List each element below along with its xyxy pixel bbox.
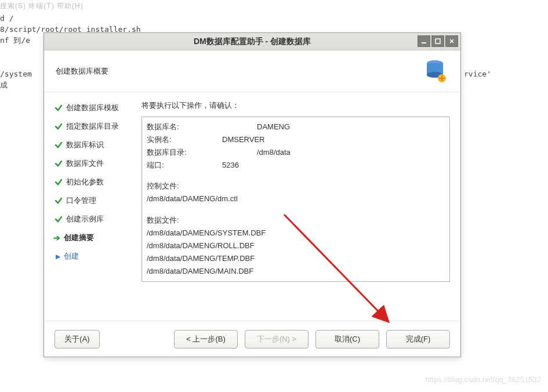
confirm-prompt: 将要执行以下操作，请确认：	[141, 100, 450, 111]
bg-text: 成	[0, 79, 8, 91]
step-label: 指定数据库目录	[66, 121, 119, 132]
bg-text: rvice'	[464, 68, 491, 80]
close-button[interactable]	[445, 35, 458, 47]
arrow-right-icon: ➔	[53, 233, 60, 242]
label-db-dir: 数据库目录:	[147, 146, 222, 159]
window-title: DM数据库配置助手 - 创建数据库	[194, 37, 311, 47]
svg-rect-1	[436, 39, 440, 43]
step-label: 创建	[64, 251, 79, 262]
database-icon	[421, 57, 449, 85]
check-icon	[55, 178, 63, 186]
svg-rect-0	[422, 42, 426, 43]
next-button: 下一步(N) >	[245, 330, 309, 349]
summary-row: 端口: 5236	[147, 159, 445, 172]
terminal-menu: 搜索(S) 终端(T) 帮助(H)	[0, 1, 84, 11]
triangle-icon: ▶	[56, 253, 60, 260]
prev-button[interactable]: < 上一步(B)	[174, 330, 238, 349]
summary-row: 数据库目录: /dm8/data	[147, 146, 445, 159]
step-label: 初始化参数	[66, 177, 104, 187]
label-ctrl-file: 控制文件:	[147, 180, 445, 193]
step-identity: 数据库标识	[55, 140, 136, 150]
summary-row: 实例名: DMSERVER	[147, 133, 445, 146]
value-df1: /dm8/data/DAMENG/SYSTEM.DBF	[147, 227, 445, 239]
step-sample-db: 创建示例库	[55, 214, 136, 224]
value-inst-name: DMSERVER	[222, 133, 445, 146]
check-icon	[55, 215, 63, 223]
titlebar[interactable]: DM数据库配置助手 - 创建数据库	[44, 33, 460, 50]
value-port: 5236	[222, 159, 445, 172]
label-port: 端口:	[147, 159, 222, 172]
bg-text: d /	[0, 13, 13, 24]
cancel-button[interactable]: 取消(C)	[315, 330, 379, 349]
check-icon	[55, 197, 63, 205]
value-ctrl-path: /dm8/data/DAMENG/dm.ctl	[147, 193, 445, 205]
minimize-button[interactable]	[418, 35, 430, 47]
check-icon	[55, 122, 63, 130]
value-db-dir: /dm8/data	[222, 146, 445, 159]
steps-sidebar: 创建数据库模板 指定数据库目录 数据库标识 数据库文件 初始化参数 口令管理	[55, 100, 136, 321]
check-icon	[55, 159, 63, 168]
main-panel: 将要执行以下操作，请确认： 数据库名: DAMENG 实例名: DMSERVER…	[141, 100, 450, 321]
step-create: ▶ 创建	[55, 251, 136, 262]
label-inst-name: 实例名:	[147, 133, 222, 146]
step-directory: 指定数据库目录	[55, 121, 136, 132]
label-data-file: 数据文件:	[147, 214, 445, 227]
maximize-icon	[435, 38, 441, 44]
bg-text: /system	[0, 68, 32, 80]
about-button[interactable]: 关于(A)	[55, 330, 100, 349]
value-df3: /dm8/data/DAMENG/TEMP.DBF	[147, 252, 445, 265]
step-label: 口令管理	[66, 195, 96, 206]
step-password: 口令管理	[55, 195, 136, 206]
window-controls	[418, 35, 458, 47]
header-title: 创建数据库概要	[56, 66, 108, 77]
summary-row: 数据库名: DAMENG	[147, 121, 445, 133]
value-db-name: DAMENG	[222, 121, 445, 133]
step-init-params: 初始化参数	[55, 177, 136, 187]
check-icon	[55, 104, 63, 112]
finish-button[interactable]: 完成(F)	[386, 330, 450, 349]
step-template: 创建数据库模板	[55, 103, 136, 113]
bg-text: nf 到/e	[0, 35, 30, 46]
step-files: 数据库文件	[55, 158, 136, 169]
minimize-icon	[421, 38, 427, 44]
close-icon	[449, 38, 455, 44]
check-icon	[55, 141, 63, 149]
dialog-window: DM数据库配置助手 - 创建数据库 创建数据库概要 创建数	[43, 32, 461, 357]
value-df2: /dm8/data/DAMENG/ROLL.DBF	[147, 239, 445, 252]
maximize-button[interactable]	[431, 35, 444, 47]
footer: 关于(A) < 上一步(B) 下一步(N) > 取消(C) 完成(F)	[44, 321, 460, 357]
step-label: 数据库文件	[66, 158, 104, 169]
step-summary: ➔ 创建摘要	[55, 233, 136, 243]
header-area: 创建数据库概要	[44, 50, 460, 92]
step-label: 创建数据库模板	[66, 103, 119, 113]
summary-box[interactable]: 数据库名: DAMENG 实例名: DMSERVER 数据库目录: /dm8/d…	[141, 117, 450, 282]
step-label: 数据库标识	[66, 140, 104, 150]
step-label: 创建示例库	[66, 214, 104, 224]
watermark: https://blog.csdn.net/qq_36251532	[426, 375, 542, 384]
content-area: 创建数据库模板 指定数据库目录 数据库标识 数据库文件 初始化参数 口令管理	[44, 92, 460, 321]
step-label: 创建摘要	[64, 233, 94, 243]
label-db-name: 数据库名:	[147, 121, 222, 133]
value-df4: /dm8/data/DAMENG/MAIN.DBF	[147, 265, 445, 278]
